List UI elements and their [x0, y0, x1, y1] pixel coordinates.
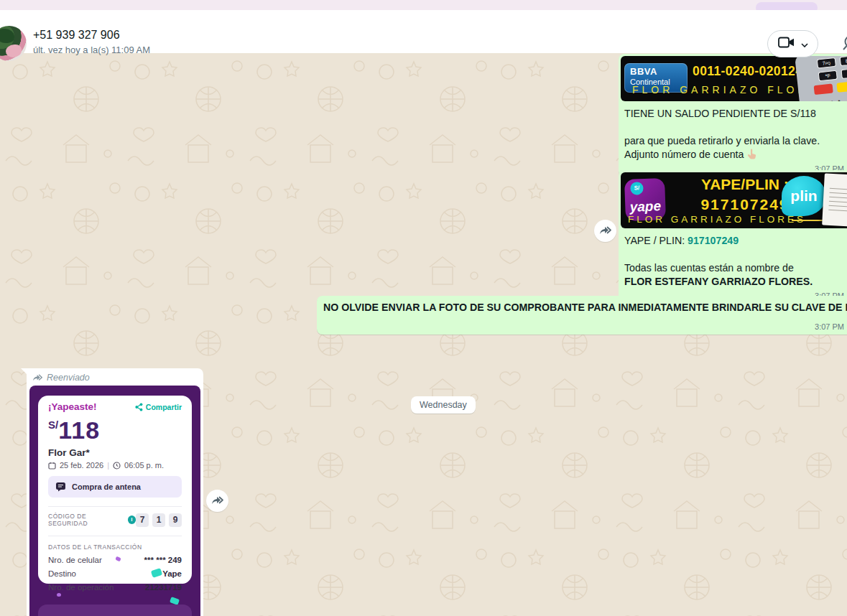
whatsapp-chat-window: +51 939 327 906 últ. vez hoy a la(s) 11:… — [0, 0, 847, 616]
chevron-down-icon — [801, 37, 808, 50]
digit: 7 — [136, 513, 149, 527]
paper-title: Flo — [830, 177, 847, 186]
receipt-note: Compra de antena — [72, 482, 141, 491]
digit: 9 — [169, 513, 182, 527]
yape-plin-image[interactable]: S/ yape YAPE/PLIN : 917107249 plin FLOR … — [621, 172, 847, 228]
currency-symbol: S/ — [48, 419, 58, 431]
bank-line2: para que pueda retirarlo y enviarla la c… — [624, 134, 847, 148]
yape-line3: FLOR ESTEFANY GARRIAZO FLORES. — [624, 275, 847, 289]
forward-icon — [32, 374, 43, 382]
forward-icon — [599, 226, 612, 235]
receipt-note-pill: Compra de antena — [48, 476, 182, 498]
share-button[interactable]: Compartir — [135, 403, 182, 411]
yape-currency-badge: S/ — [630, 182, 644, 195]
yape-phone-link[interactable]: 917107249 — [688, 235, 739, 246]
forwarded-label-row: Reenviado — [27, 368, 203, 386]
forward-message-button[interactable] — [594, 220, 616, 242]
yape-logo-text: yape — [625, 198, 666, 215]
contact-last-seen: últ. vez hoy a la(s) 11:09 AM — [33, 45, 150, 55]
separator: | — [107, 461, 109, 470]
security-code-row: CÓDIGO DE SEGURIDAD i 7 1 9 — [48, 513, 182, 527]
chat-note-icon — [55, 482, 66, 492]
message-forwarded-receipt[interactable]: Reenviado ¡Yapeaste! Compartir S/118 — [27, 368, 203, 616]
reminder-text: NO OLVIDE ENVIAR LA FOTO DE SU COMPROBAN… — [317, 296, 847, 332]
forwarded-label: Reenviado — [47, 373, 90, 383]
avatar-detail — [6, 45, 22, 57]
confetti — [57, 593, 61, 597]
receipt-amount: S/118 — [48, 416, 182, 444]
message-text: TIENE UN SALDO PENDIENTE DE S/118 para q… — [619, 103, 847, 177]
plin-logo-text: plin — [790, 187, 817, 205]
security-code-digits: 7 1 9 — [136, 513, 182, 527]
forward-icon — [211, 496, 224, 505]
window-top-strip — [0, 0, 847, 10]
message-reminder[interactable]: NO OLVIDE ENVIAR LA FOTO DE SU COMPROBAN… — [317, 296, 847, 335]
forward-message-button[interactable] — [206, 490, 228, 512]
info-icon[interactable]: i — [128, 515, 136, 524]
plin-logo: plin — [782, 176, 826, 216]
bank-line1: TIENE UN SALDO PENDIENTE DE S/118 — [624, 107, 847, 121]
share-label: Compartir — [146, 403, 182, 411]
message-bank-account[interactable]: BBVA Continental 0011-0240-0201243721 FL… — [619, 54, 847, 177]
contact-name[interactable]: +51 939 327 906 — [33, 29, 120, 42]
share-icon — [135, 403, 143, 411]
divider — [48, 506, 182, 507]
bank-line3: Adjunto número de cuenta — [624, 148, 847, 162]
yape-line1: YAPE / PLIN: 917107249 — [624, 234, 847, 248]
bbva-logo-text: BBVA — [630, 66, 682, 77]
transaction-label: DATOS DE LA TRANSACCIÓN — [48, 543, 182, 551]
yape-line1-prefix: YAPE / PLIN: — [624, 235, 688, 246]
security-code-label: CÓDIGO DE SEGURIDAD — [48, 513, 124, 527]
yape-plin-holder: FLOR GARRIAZO FLORES — [628, 214, 806, 225]
receipt-date: 25 feb. 2026 — [60, 461, 103, 470]
receipt-card: ¡Yapeaste! Compartir S/118 Flor Gar* — [38, 396, 192, 584]
pos-terminal-graphic: 7PQ 8TU *F 0- • • • — [795, 56, 847, 101]
receipt-time: 06:05 p. m. — [124, 461, 164, 470]
amount-value: 118 — [58, 416, 100, 444]
pointing-up-emoji — [746, 149, 757, 160]
yape-line2: Todas las cuentas están a nombre de — [624, 261, 847, 275]
bubble-tail — [21, 368, 28, 375]
message-yape-plin[interactable]: S/ yape YAPE/PLIN : 917107249 plin FLOR … — [619, 170, 847, 304]
digit: 1 — [152, 513, 165, 527]
yape-receipt-image[interactable]: ¡Yapeaste! Compartir S/118 Flor Gar* — [29, 386, 200, 616]
video-call-icon — [778, 37, 795, 51]
transaction-row: Nro. de celular *** *** 249 — [48, 556, 182, 564]
calendar-icon — [48, 462, 56, 470]
receipt-recipient: Flor Gar* — [48, 447, 182, 458]
bank-card-image[interactable]: BBVA Continental 0011-0240-0201243721 FL… — [621, 56, 847, 101]
clock-icon — [113, 462, 121, 470]
avatar-foliage — [0, 29, 14, 43]
message-time: 3:07 PM — [815, 322, 844, 331]
divider — [48, 536, 182, 536]
receipt-footer-band[interactable]: Más en Yape Nuevo — [38, 605, 192, 616]
date-divider: Wednesday — [411, 396, 476, 414]
transaction-row: Nro. de operación 21231719 — [48, 583, 182, 592]
receipt-date-row: 25 feb. 2026 | 06:05 p. m. — [48, 461, 182, 470]
search-icon[interactable] — [838, 34, 847, 52]
paper-note-graphic: Flo — [822, 173, 847, 227]
chat-message-area: BBVA Continental 0011-0240-0201243721 FL… — [0, 53, 847, 616]
message-text: YAPE / PLIN: 917107249 Todas las cuentas… — [619, 230, 847, 304]
video-call-button[interactable] — [767, 30, 818, 57]
chat-header[interactable]: +51 939 327 906 últ. vez hoy a la(s) 11:… — [0, 10, 847, 53]
